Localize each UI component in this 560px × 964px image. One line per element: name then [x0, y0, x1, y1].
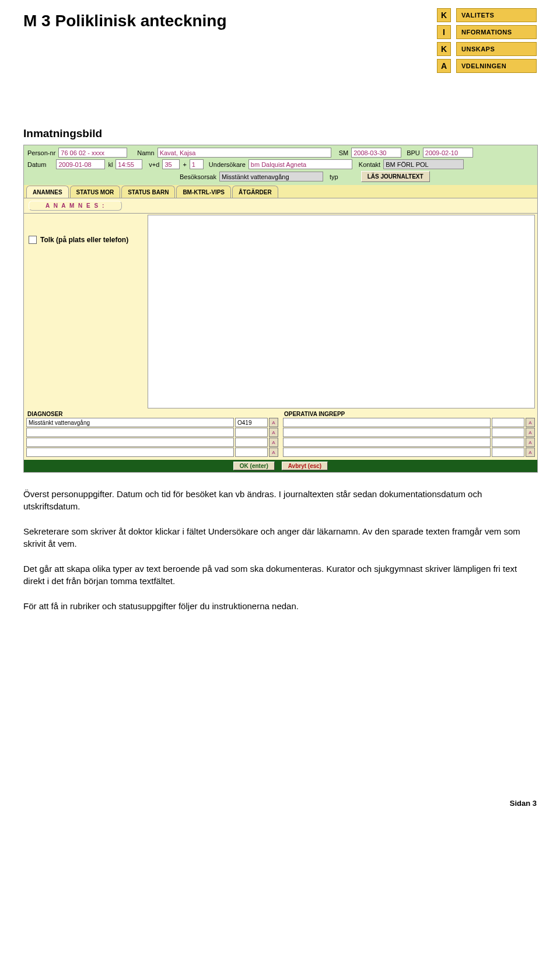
tab-anamnes[interactable]: ANAMNES: [26, 186, 69, 198]
tab-atgarder[interactable]: ÅTGÄRDER: [232, 186, 278, 198]
screenshot-window: Person-nr 76 06 02 - xxxx Namn Kavat, Ka…: [23, 145, 538, 473]
diagnos-code[interactable]: O419: [235, 418, 268, 427]
operativ-lookup-button[interactable]: A: [526, 428, 535, 437]
diagnos-lookup-button[interactable]: A: [269, 428, 278, 437]
bpu-field[interactable]: 2009-02-10: [423, 148, 473, 158]
personnr-field[interactable]: 76 06 02 - xxxx: [58, 148, 127, 158]
diagnos-text[interactable]: [26, 448, 234, 457]
bottom-bar: OK (enter) Avbryt (esc): [24, 460, 537, 472]
paragraph: Överst personuppgifter. Datum och tid fö…: [23, 488, 537, 512]
tabbar: ANAMNES STATUS MOR STATUS BARN BM-KTRL-V…: [24, 185, 537, 198]
kontakt-label: Kontakt: [359, 161, 380, 168]
diagnos-code[interactable]: [235, 448, 268, 457]
operativ-lookup-button[interactable]: A: [526, 448, 535, 457]
vd-plus: +: [183, 161, 186, 168]
side-panel: Tolk (på plats eller telefon): [24, 214, 148, 410]
besoksorsak-field[interactable]: Misstänkt vattenavgång: [219, 172, 323, 181]
tolk-checkbox[interactable]: [29, 236, 37, 244]
diagnos-code[interactable]: [235, 428, 268, 437]
kika-word: VDELNINGEN: [456, 59, 537, 73]
main-text-area[interactable]: [148, 215, 535, 408]
diagnos-text[interactable]: [26, 438, 234, 447]
kika-letter: I: [437, 25, 451, 39]
besoksorsak-label: Besöksorsak: [180, 173, 216, 180]
read-journal-button[interactable]: LÄS JOURNALTEXT: [361, 171, 430, 182]
diagnos-text[interactable]: Misstänkt vattenavgång: [26, 418, 234, 427]
kika-letter: K: [437, 42, 451, 56]
personnr-label: Person-nr: [27, 149, 55, 156]
operativ-code[interactable]: [492, 438, 524, 447]
operativ-code[interactable]: [492, 418, 524, 427]
vd-day-field[interactable]: 1: [190, 159, 204, 169]
typ-label: typ: [330, 173, 338, 180]
sm-field[interactable]: 2008-03-30: [351, 148, 401, 158]
operativ-code[interactable]: [492, 448, 524, 457]
diagnos-lookup-button[interactable]: A: [269, 418, 278, 427]
operativa-panel: OPERATIVA INGREPP A A A A: [281, 410, 537, 460]
operativ-text[interactable]: [283, 448, 491, 457]
operativ-lookup-button[interactable]: A: [526, 438, 535, 447]
paragraph: Det går att skapa olika typer av text be…: [23, 563, 537, 587]
operativ-lookup-button[interactable]: A: [526, 418, 535, 427]
bpu-label: BPU: [407, 149, 420, 156]
diagnos-text[interactable]: [26, 428, 234, 437]
undersokare-label: Undersökare: [209, 161, 246, 168]
tab-status-barn[interactable]: STATUS BARN: [121, 186, 175, 198]
namn-label: Namn: [137, 149, 154, 156]
operativ-text[interactable]: [283, 428, 491, 437]
vd-label: v+d: [149, 161, 159, 168]
kika-word: NFORMATIONS: [456, 25, 537, 39]
operativ-text[interactable]: [283, 418, 491, 427]
kika-logo: KVALITETS INFORMATIONS KUNSKAPS AVDELNIN…: [437, 8, 537, 75]
avbryt-button[interactable]: Avbryt (esc): [282, 462, 328, 470]
operativ-text[interactable]: [283, 438, 491, 447]
paragraph: För att få in rubriker och statusuppgift…: [23, 600, 537, 612]
page-title: M 3 Poliklinisk anteckning: [23, 12, 227, 30]
paragraph: Sekreterare som skriver åt doktor klicka…: [23, 525, 537, 550]
kika-letter: K: [437, 8, 451, 22]
operativa-title: OPERATIVA INGREPP: [284, 411, 535, 417]
page-number: Sidan 3: [23, 799, 537, 808]
datum-field[interactable]: 2009-01-08: [56, 159, 105, 169]
diagnos-lookup-button[interactable]: A: [269, 438, 278, 447]
vd-week-field[interactable]: 35: [162, 159, 180, 169]
anamnes-button[interactable]: A N A M N E S :: [29, 201, 122, 211]
kika-letter: A: [437, 59, 451, 73]
ok-button[interactable]: OK (enter): [233, 462, 275, 470]
namn-field[interactable]: Kavat, Kajsa: [158, 148, 331, 158]
kl-field[interactable]: 14:55: [116, 159, 142, 169]
tab-bm-ktrl-vips[interactable]: BM-KTRL-VIPS: [176, 186, 231, 198]
tab-status-mor[interactable]: STATUS MOR: [70, 186, 121, 198]
kontakt-field[interactable]: BM FÖRL POL: [383, 159, 464, 169]
sm-label: SM: [339, 149, 349, 156]
kl-label: kl: [108, 161, 113, 168]
kika-word: VALITETS: [456, 8, 537, 22]
datum-label: Datum: [27, 161, 46, 168]
kika-word: UNSKAPS: [456, 42, 537, 56]
diagnoser-title: DIAGNOSER: [27, 411, 278, 417]
diagnos-code[interactable]: [235, 438, 268, 447]
diagnoser-panel: DIAGNOSER Misstänkt vattenavgångO419A A …: [24, 410, 281, 460]
section-heading: Inmatningsbild: [23, 127, 537, 140]
diagnos-lookup-button[interactable]: A: [269, 448, 278, 457]
operativ-code[interactable]: [492, 428, 524, 437]
undersokare-field[interactable]: bm Dalquist Agneta: [249, 159, 352, 169]
tolk-checkbox-row[interactable]: Tolk (på plats eller telefon): [29, 236, 145, 244]
tolk-label: Tolk (på plats eller telefon): [40, 236, 128, 244]
patient-header-panel: Person-nr 76 06 02 - xxxx Namn Kavat, Ka…: [24, 145, 537, 185]
anamnes-strip: A N A M N E S :: [24, 198, 537, 214]
